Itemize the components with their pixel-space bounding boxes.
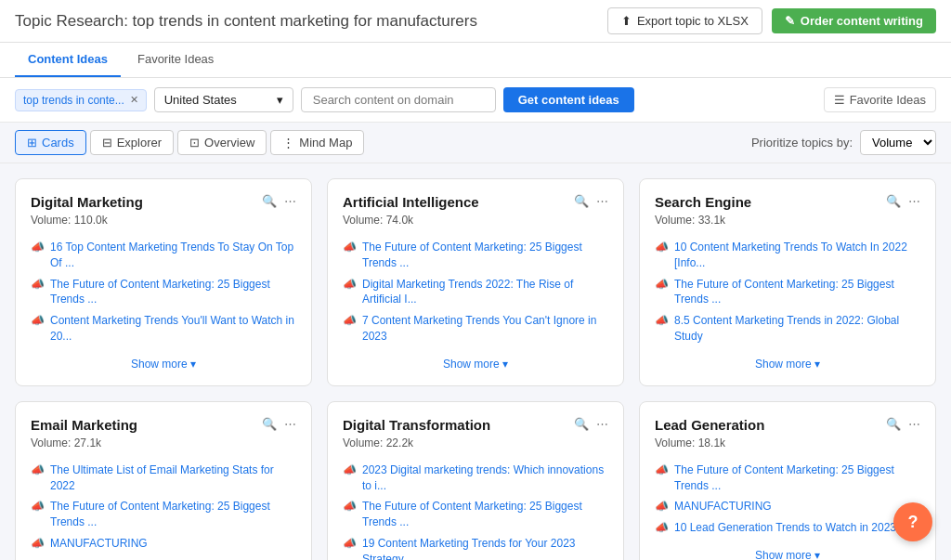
article-link[interactable]: 10 Lead Generation Trends to Watch in 20… (674, 520, 896, 536)
search-icon[interactable]: 🔍 (574, 194, 589, 208)
article-link[interactable]: The Future of Content Marketing: 25 Bigg… (50, 499, 296, 530)
article-link[interactable]: The Future of Content Marketing: 25 Bigg… (674, 277, 920, 308)
megaphone-icon: 📣 (343, 537, 357, 550)
article-item: 📣 MANUFACTURING (31, 536, 296, 552)
search-icon[interactable]: 🔍 (574, 417, 589, 431)
article-item: 📣 The Future of Content Marketing: 25 Bi… (343, 499, 608, 530)
tab-content-ideas[interactable]: Content Ideas (15, 43, 121, 77)
view-cards-button[interactable]: ⊞ Cards (15, 130, 86, 155)
page-header: Topic Research: top trends in content ma… (0, 0, 951, 43)
card-articles: 📣 2023 Digital marketing trends: Which i… (343, 462, 608, 560)
export-button[interactable]: ⬆ Export topic to XLSX (607, 7, 762, 34)
article-link[interactable]: 19 Content Marketing Trends for Your 202… (362, 536, 608, 560)
article-item: 📣 The Future of Content Marketing: 25 Bi… (655, 462, 920, 494)
card-articles: 📣 16 Top Content Marketing Trends To Sta… (31, 240, 296, 345)
help-button[interactable]: ? (893, 502, 932, 541)
card-action-icons[interactable]: 🔍 ⋯ (886, 417, 920, 431)
more-options-icon[interactable]: ⋯ (908, 417, 920, 431)
get-ideas-button[interactable]: Get content ideas (503, 87, 634, 112)
keyword-tag[interactable]: top trends in conte... ✕ (15, 89, 147, 111)
article-item: 📣 Digital Marketing Trends 2022: The Ris… (343, 277, 608, 308)
card-header: Search Engine 🔍 ⋯ (655, 194, 920, 210)
megaphone-icon: 📣 (655, 463, 669, 476)
overview-icon: ⊡ (189, 136, 200, 150)
article-link[interactable]: The Future of Content Marketing: 25 Bigg… (50, 277, 296, 308)
priority-dropdown[interactable]: Volume (860, 130, 936, 155)
show-more-button[interactable]: Show more ▾ (31, 358, 296, 371)
card-action-icons[interactable]: 🔍 ⋯ (262, 417, 296, 431)
search-icon[interactable]: 🔍 (262, 194, 277, 208)
more-options-icon[interactable]: ⋯ (284, 194, 296, 208)
favorite-ideas-button[interactable]: ☰ Favorite Ideas (824, 87, 936, 112)
article-item: 📣 8.5 Content Marketing Trends in 2022: … (655, 313, 920, 345)
megaphone-icon: 📣 (343, 463, 357, 476)
article-link[interactable]: Digital Marketing Trends 2022: The Rise … (362, 277, 608, 308)
remove-keyword-button[interactable]: ✕ (130, 94, 138, 106)
card-title: Digital Marketing (31, 194, 143, 210)
show-more-button[interactable]: Show more ▾ (655, 549, 920, 560)
order-content-button[interactable]: ✎ Order content writing (772, 8, 936, 33)
prioritize-label: Prioritize topics by: (751, 136, 853, 150)
view-explorer-button[interactable]: ⊟ Explorer (90, 130, 174, 155)
article-link[interactable]: The Future of Content Marketing: 25 Bigg… (362, 499, 608, 530)
more-options-icon[interactable]: ⋯ (908, 194, 920, 208)
card-volume: Volume: 33.1k (655, 214, 920, 227)
article-link[interactable]: 10 Content Marketing Trends To Watch In … (674, 240, 920, 271)
cards-icon: ⊞ (27, 136, 37, 150)
card-action-icons[interactable]: 🔍 ⋯ (886, 194, 920, 208)
more-options-icon[interactable]: ⋯ (596, 417, 608, 431)
chevron-down-icon: ▾ (277, 93, 283, 107)
article-item: 📣 10 Lead Generation Trends to Watch in … (655, 520, 920, 536)
article-item: 📣 16 Top Content Marketing Trends To Sta… (31, 240, 296, 271)
search-icon[interactable]: 🔍 (886, 417, 901, 431)
card-header: Lead Generation 🔍 ⋯ (655, 417, 920, 433)
megaphone-icon: 📣 (655, 500, 669, 513)
card-volume: Volume: 18.1k (655, 436, 920, 449)
card-title: Digital Transformation (343, 417, 490, 433)
title-main: top trends in content marketing for manu… (128, 12, 477, 30)
view-overview-button[interactable]: ⊡ Overview (177, 130, 267, 155)
megaphone-icon: 📣 (343, 241, 357, 254)
page-title: Topic Research: top trends in content ma… (15, 12, 477, 31)
article-item: 📣 2023 Digital marketing trends: Which i… (343, 462, 608, 494)
more-options-icon[interactable]: ⋯ (284, 417, 296, 431)
article-item: 📣 The Future of Content Marketing: 25 Bi… (31, 499, 296, 530)
card-action-icons[interactable]: 🔍 ⋯ (262, 194, 296, 208)
cards-grid: Digital Marketing 🔍 ⋯ Volume: 110.0k 📣 1… (0, 163, 951, 560)
card-action-icons[interactable]: 🔍 ⋯ (574, 417, 608, 431)
article-link[interactable]: MANUFACTURING (674, 499, 772, 514)
more-options-icon[interactable]: ⋯ (596, 194, 608, 208)
article-item: 📣 7 Content Marketing Trends You Can't I… (343, 313, 608, 345)
search-icon[interactable]: 🔍 (262, 417, 277, 431)
favorite-ideas-label: Favorite Ideas (850, 93, 926, 107)
view-mindmap-button[interactable]: ⋮ Mind Map (270, 130, 364, 155)
tab-favorite-ideas[interactable]: Favorite Ideas (124, 43, 227, 77)
article-item: 📣 MANUFACTURING (655, 499, 920, 514)
megaphone-icon: 📣 (31, 537, 45, 550)
card-articles: 📣 10 Content Marketing Trends To Watch I… (655, 240, 920, 345)
article-link[interactable]: 2023 Digital marketing trends: Which inn… (362, 462, 608, 494)
show-more-button[interactable]: Show more ▾ (343, 358, 608, 371)
article-link[interactable]: 7 Content Marketing Trends You Can't Ign… (362, 313, 608, 345)
card-articles: 📣 The Ultimate List of Email Marketing S… (31, 462, 296, 552)
card-action-icons[interactable]: 🔍 ⋯ (574, 194, 608, 208)
article-link[interactable]: The Ultimate List of Email Marketing Sta… (50, 462, 296, 494)
article-link[interactable]: 16 Top Content Marketing Trends To Stay … (50, 240, 296, 271)
megaphone-icon: 📣 (31, 314, 45, 327)
explorer-icon: ⊟ (102, 136, 112, 150)
view-toggles: ⊞ Cards ⊟ Explorer ⊡ Overview ⋮ Mind Map (15, 130, 364, 155)
search-icon[interactable]: 🔍 (886, 194, 901, 208)
card-title: Lead Generation (655, 417, 764, 433)
show-more-button[interactable]: Show more ▾ (655, 358, 920, 371)
country-selector[interactable]: United States ▾ (154, 87, 293, 112)
article-link[interactable]: The Future of Content Marketing: 25 Bigg… (674, 462, 920, 494)
search-domain-input[interactable] (301, 87, 496, 112)
article-link[interactable]: Content Marketing Trends You'll Want to … (50, 313, 296, 345)
article-item: 📣 The Future of Content Marketing: 25 Bi… (31, 277, 296, 308)
article-link[interactable]: MANUFACTURING (50, 536, 148, 552)
card-volume: Volume: 110.0k (31, 214, 296, 227)
article-link[interactable]: 8.5 Content Marketing Trends in 2022: Gl… (674, 313, 920, 345)
article-link[interactable]: The Future of Content Marketing: 25 Bigg… (362, 240, 608, 271)
article-item: 📣 The Future of Content Marketing: 25 Bi… (343, 240, 608, 271)
megaphone-icon: 📣 (343, 500, 357, 513)
